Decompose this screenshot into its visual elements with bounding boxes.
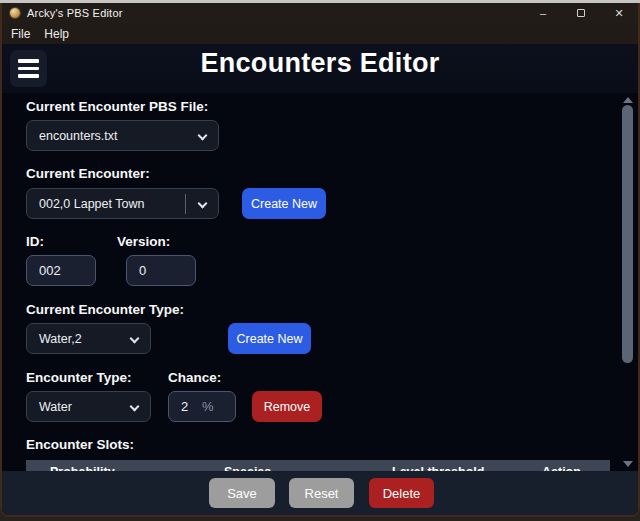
remove-encounter-type-button[interactable]: Remove <box>252 391 322 422</box>
screen: Arcky's PBS Editor – ✕ File Help <box>0 0 640 521</box>
chance-label: Chance: <box>168 370 221 385</box>
page-header: Encounters Editor <box>2 44 638 93</box>
encounter-slots-label: Encounter Slots: <box>26 437 134 452</box>
pbs-file-select[interactable]: encounters.txt <box>26 120 219 151</box>
editor-form: Current Encounter PBS File: encounters.t… <box>2 93 638 517</box>
version-input[interactable] <box>126 255 196 286</box>
close-icon: ✕ <box>614 7 623 20</box>
scroll-up-icon[interactable] <box>623 97 633 103</box>
encounter-type-group-label: Current Encounter Type: <box>26 302 184 317</box>
current-encounter-combobox[interactable]: 002,0 Lappet Town <box>26 188 219 219</box>
app-icon <box>9 7 21 19</box>
minimize-icon: – <box>540 7 546 19</box>
scrollbar-thumb[interactable] <box>622 105 633 363</box>
delete-button[interactable]: Delete <box>369 478 434 508</box>
slot-type-value: Water <box>39 400 72 414</box>
title-bar[interactable]: Arcky's PBS Editor – ✕ <box>2 3 638 23</box>
window-title: Arcky's PBS Editor <box>27 7 123 19</box>
chevron-down-icon <box>130 402 140 412</box>
current-encounter-value: 002,0 Lappet Town <box>39 197 144 211</box>
chevron-down-icon <box>198 199 208 209</box>
close-button[interactable]: ✕ <box>600 3 638 23</box>
vertical-scrollbar[interactable] <box>620 95 635 473</box>
id-label: ID: <box>26 234 44 249</box>
scroll-down-icon[interactable] <box>623 461 633 467</box>
encounter-type-value: Water,2 <box>39 332 82 346</box>
menu-bar: File Help <box>2 23 638 45</box>
current-encounter-label: Current Encounter: <box>26 166 150 181</box>
chance-percent-suffix: % <box>202 399 214 414</box>
pbs-file-selected-value: encounters.txt <box>39 129 118 143</box>
minimize-button[interactable]: – <box>524 3 562 23</box>
maximize-button[interactable] <box>562 3 600 23</box>
chevron-down-icon <box>130 334 140 344</box>
pbs-file-label: Current Encounter PBS File: <box>26 99 208 114</box>
slot-type-label: Encounter Type: <box>26 370 132 385</box>
chevron-down-icon <box>198 131 208 141</box>
app-window: Arcky's PBS Editor – ✕ File Help <box>0 3 640 517</box>
create-encounter-type-button[interactable]: Create New <box>228 323 311 354</box>
create-encounter-button[interactable]: Create New <box>242 188 326 219</box>
encounter-type-select[interactable]: Water,2 <box>26 323 151 354</box>
menu-help[interactable]: Help <box>44 27 69 41</box>
combobox-divider <box>185 194 186 214</box>
save-button[interactable]: Save <box>209 478 275 508</box>
action-bar: Save Reset Delete <box>2 471 638 515</box>
id-input[interactable] <box>26 255 96 286</box>
page-title: Encounters Editor <box>2 48 638 79</box>
menu-file[interactable]: File <box>11 27 30 41</box>
version-label: Version: <box>117 234 170 249</box>
window-controls: – ✕ <box>524 3 638 23</box>
maximize-icon <box>577 9 585 17</box>
reset-button[interactable]: Reset <box>289 478 354 508</box>
slot-type-select[interactable]: Water <box>26 391 151 422</box>
